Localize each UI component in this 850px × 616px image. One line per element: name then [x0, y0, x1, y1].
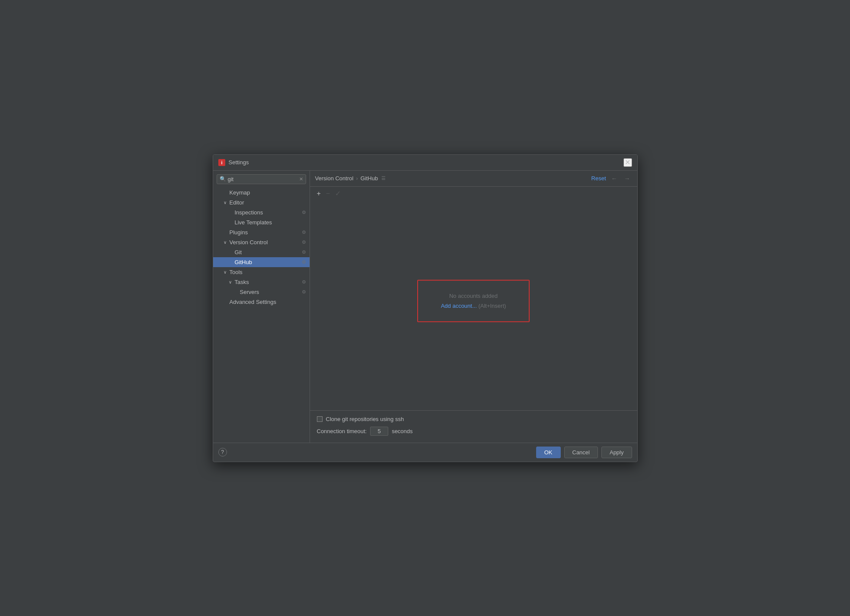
settings-dialog: i Settings ✕ 🔍 ✕ Keymap ∨ [213, 154, 638, 462]
sidebar-item-label: GitHub [235, 259, 252, 265]
help-button[interactable]: ? [218, 448, 227, 456]
breadcrumb-settings-icon[interactable]: ☰ [381, 176, 386, 181]
sidebar-item-label: Plugins [230, 229, 248, 236]
ok-button[interactable]: OK [536, 447, 561, 458]
sidebar-item-label: Version Control [230, 239, 268, 246]
sidebar-item-keymap[interactable]: Keymap [213, 188, 310, 198]
svg-text:i: i [221, 160, 222, 165]
sidebar-item-tasks[interactable]: ∨ Tasks ⚙ [213, 277, 310, 287]
add-account-shortcut: (Alt+Insert) [477, 303, 506, 309]
caret-icon: ∨ [224, 200, 228, 205]
search-clear-icon[interactable]: ✕ [299, 176, 303, 182]
forward-button[interactable]: → [623, 174, 632, 183]
bottom-settings: Clone git repositories using ssh Connect… [310, 410, 637, 443]
cancel-button[interactable]: Cancel [564, 447, 598, 458]
back-button[interactable]: ← [610, 174, 619, 183]
caret-icon: ∨ [224, 240, 228, 245]
apply-button[interactable]: Apply [601, 447, 632, 458]
close-button[interactable]: ✕ [623, 158, 632, 167]
caret-icon [229, 260, 233, 265]
reset-button[interactable]: Reset [591, 175, 606, 182]
caret-icon [224, 190, 228, 195]
title-bar: i Settings ✕ [213, 155, 637, 171]
dialog-body: 🔍 ✕ Keymap ∨ Editor Inspections ⚙ [213, 171, 637, 443]
gear-icon: ⚙ [302, 210, 306, 215]
add-account-row: Add account... (Alt+Insert) [439, 303, 508, 309]
gear-icon: ⚙ [302, 230, 306, 235]
accounts-content-area: No accounts added Add account... (Alt+In… [310, 201, 637, 410]
sidebar: 🔍 ✕ Keymap ∨ Editor Inspections ⚙ [213, 171, 310, 443]
caret-icon [224, 230, 228, 235]
seconds-label: seconds [392, 428, 412, 434]
breadcrumb-parent[interactable]: Version Control [315, 175, 354, 182]
sidebar-item-label: Servers [240, 289, 259, 295]
caret-icon [229, 220, 233, 225]
add-account-link[interactable]: Add account... [441, 303, 477, 309]
sidebar-item-label: Tools [230, 269, 243, 275]
dialog-footer: ? OK Cancel Apply [213, 443, 637, 462]
caret-icon: ∨ [229, 280, 233, 284]
no-accounts-text: No accounts added [439, 293, 508, 299]
remove-button[interactable]: − [324, 189, 332, 198]
sidebar-item-version-control[interactable]: ∨ Version Control ⚙ [213, 237, 310, 247]
sidebar-item-label: Inspections [235, 209, 263, 216]
content-header: Version Control › GitHub ☰ Reset ← → [310, 171, 637, 187]
caret-icon [234, 290, 238, 294]
caret-icon [229, 250, 233, 255]
timeout-row: Connection timeout: seconds [317, 427, 630, 436]
gear-icon: ⚙ [302, 239, 306, 245]
sidebar-item-label: Git [235, 249, 242, 255]
sidebar-item-editor[interactable]: ∨ Editor [213, 198, 310, 207]
sidebar-item-label: Keymap [230, 189, 250, 196]
gear-icon: ⚙ [302, 249, 306, 255]
sidebar-item-tools[interactable]: ∨ Tools [213, 267, 310, 277]
clone-ssh-row: Clone git repositories using ssh [317, 416, 630, 422]
header-actions: Reset ← → [591, 174, 632, 183]
no-accounts-box: No accounts added Add account... (Alt+In… [417, 280, 530, 322]
sidebar-item-label: Advanced Settings [230, 299, 276, 305]
clone-ssh-checkbox[interactable] [317, 416, 323, 422]
caret-icon [229, 210, 233, 215]
timeout-label: Connection timeout: [317, 428, 367, 434]
check-button[interactable]: ✓ [333, 189, 342, 198]
caret-icon [224, 300, 228, 304]
breadcrumb: Version Control › GitHub ☰ [315, 175, 591, 182]
sidebar-item-servers[interactable]: Servers ⚙ [213, 287, 310, 297]
clone-ssh-text: Clone git repositories using ssh [326, 416, 404, 422]
nav-tree: Keymap ∨ Editor Inspections ⚙ Live Templ… [213, 187, 310, 443]
timeout-input[interactable] [370, 427, 388, 436]
app-icon: i [218, 159, 225, 166]
main-content: Version Control › GitHub ☰ Reset ← → + −… [310, 171, 637, 443]
add-button[interactable]: + [315, 189, 323, 198]
dialog-title: Settings [229, 159, 623, 166]
content-toolbar: + − ✓ [310, 187, 637, 201]
sidebar-item-plugins[interactable]: Plugins ⚙ [213, 227, 310, 237]
caret-icon: ∨ [224, 270, 228, 274]
sidebar-item-live-templates[interactable]: Live Templates [213, 217, 310, 227]
sidebar-item-advanced-settings[interactable]: Advanced Settings [213, 297, 310, 307]
search-input[interactable] [228, 176, 299, 182]
gear-icon: ⚙ [302, 259, 306, 265]
sidebar-item-github[interactable]: GitHub ⚙ [213, 257, 310, 267]
search-input-wrap[interactable]: 🔍 ✕ [217, 174, 306, 184]
sidebar-item-label: Tasks [235, 279, 249, 285]
clone-ssh-label[interactable]: Clone git repositories using ssh [317, 416, 404, 422]
footer-left: ? [218, 448, 533, 456]
gear-icon: ⚙ [302, 279, 306, 285]
sidebar-item-label: Editor [230, 199, 244, 206]
breadcrumb-current: GitHub [361, 175, 378, 182]
sidebar-item-inspections[interactable]: Inspections ⚙ [213, 207, 310, 217]
sidebar-item-label: Live Templates [235, 219, 272, 226]
gear-icon: ⚙ [302, 289, 306, 295]
search-icon: 🔍 [220, 176, 226, 182]
search-box: 🔍 ✕ [213, 171, 310, 187]
sidebar-item-git[interactable]: Git ⚙ [213, 247, 310, 257]
breadcrumb-separator: › [356, 175, 358, 182]
